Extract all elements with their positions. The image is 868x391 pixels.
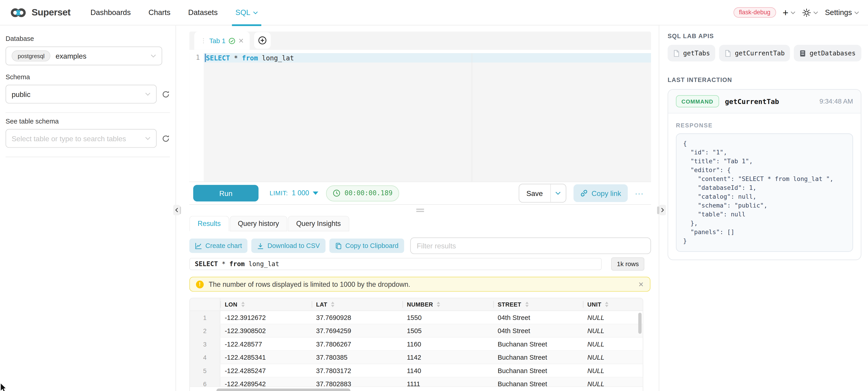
response-json: { "id": "1", "title": "Tab 1", "editor":… xyxy=(676,133,853,252)
close-icon[interactable]: ✕ xyxy=(638,281,644,288)
refresh-icon[interactable] xyxy=(162,134,170,142)
table-cell: 1142 xyxy=(402,351,493,363)
sql-text: long_lat xyxy=(258,54,294,62)
save-button-group: Save xyxy=(519,184,566,202)
sql-keyword: from xyxy=(242,54,258,62)
nav-item-dashboards[interactable]: Dashboards xyxy=(82,0,140,25)
chevron-down-icon xyxy=(813,11,818,14)
row-count-badge: 1k rows xyxy=(611,257,644,271)
query-preview-row: SELECT * from long_lat 1k rows xyxy=(189,257,651,271)
text-caret xyxy=(205,54,206,62)
limit-dropdown[interactable]: LIMIT: 1 000 xyxy=(270,189,318,197)
row-number: 1 xyxy=(190,311,220,324)
more-options-button[interactable]: ··· xyxy=(635,189,644,197)
run-button[interactable]: Run xyxy=(193,185,259,201)
nav-item-label: Dashboards xyxy=(90,8,131,17)
results-tab-query-insights[interactable]: Query Insights xyxy=(288,216,349,231)
editor-gutter: 1 xyxy=(189,53,204,182)
api-button-getdatabases[interactable]: getDatabases xyxy=(794,45,861,61)
filter-results-input[interactable] xyxy=(410,237,651,254)
api-button-gettabs[interactable]: getTabs xyxy=(668,45,716,61)
copy-link-button[interactable]: Copy link xyxy=(573,184,628,202)
column-header-unit[interactable]: UNIT xyxy=(583,298,643,311)
chevron-down-icon xyxy=(145,92,151,96)
response-label: RESPONSE xyxy=(676,122,853,128)
panel-resize-handle[interactable] xyxy=(189,205,651,216)
warning-icon: ! xyxy=(196,281,204,288)
database-select[interactable]: postgresql examples xyxy=(5,46,162,65)
results-tab-results[interactable]: Results xyxy=(189,216,229,231)
close-icon[interactable] xyxy=(239,38,244,43)
table-cell: NULL xyxy=(583,338,643,350)
sort-icon[interactable] xyxy=(241,302,245,307)
save-button[interactable]: Save xyxy=(519,184,550,202)
table-cell: 37.7694259 xyxy=(312,324,402,337)
superset-logo[interactable]: Superset xyxy=(9,7,70,18)
download-csv-label: Download to CSV xyxy=(267,242,320,250)
schema-select[interactable]: public xyxy=(5,85,156,103)
api-button-getcurrenttab[interactable]: getCurrentTab xyxy=(719,45,790,61)
last-interaction-card: COMMAND getCurrentTab 9:34:48 AM RESPONS… xyxy=(668,89,861,260)
api-buttons: getTabsgetCurrentTabgetDatabases xyxy=(668,45,862,61)
copy-clipboard-button[interactable]: Copy to Clipboard xyxy=(329,239,404,253)
horizontal-scrollbar[interactable] xyxy=(216,389,350,391)
database-value: examples xyxy=(56,52,87,60)
line-number: 1 xyxy=(189,54,200,61)
sort-icon[interactable] xyxy=(605,302,609,307)
chevron-down-icon xyxy=(151,54,156,58)
column-header-lat[interactable]: LAT xyxy=(312,298,402,311)
column-header-street[interactable]: STREET xyxy=(493,298,583,311)
check-circle-icon xyxy=(229,37,236,44)
api-button-label: getCurrentTab xyxy=(735,49,785,57)
query-preview: SELECT * from long_lat xyxy=(189,258,602,270)
sql-keyword: SELECT xyxy=(206,54,230,62)
drag-handle-icon[interactable]: ⋮ xyxy=(200,38,206,44)
results-body: Create chart Download to CSV Copy to Cli… xyxy=(189,231,651,391)
editor-content[interactable]: SELECT * from long_lat xyxy=(204,53,651,182)
sql-code-editor[interactable]: 1 SELECT * from long_lat xyxy=(189,53,651,182)
create-chart-label: Create chart xyxy=(205,242,242,250)
collapse-sidebar-button[interactable] xyxy=(173,205,180,215)
table-row: 3-122.42857737.78062671160Buchanan Stree… xyxy=(190,338,643,351)
settings-menu[interactable]: Settings xyxy=(825,8,859,17)
results-tab-query-history[interactable]: Query history xyxy=(229,216,287,231)
table-cell: 1550 xyxy=(402,311,493,324)
api-button-label: getTabs xyxy=(683,49,710,57)
schema-label: Schema xyxy=(5,73,170,81)
save-dropdown-caret[interactable] xyxy=(550,184,565,202)
table-cell: Buchanan Street xyxy=(493,364,583,377)
add-tab-button[interactable] xyxy=(254,32,271,48)
results-table-body: 1-122.391267237.7690928155004th StreetNU… xyxy=(190,311,643,391)
editor-tab[interactable]: ⋮ Tab 1 xyxy=(194,32,250,50)
theme-dropdown[interactable] xyxy=(802,8,818,17)
panel-scrollbar[interactable] xyxy=(657,206,659,214)
new-item-dropdown[interactable]: + xyxy=(783,7,796,18)
nav-item-datasets[interactable]: Datasets xyxy=(179,0,227,25)
column-header-label: NUMBER xyxy=(407,301,433,308)
table-cell: 04th Street xyxy=(493,324,583,337)
refresh-icon[interactable] xyxy=(162,90,170,98)
column-header-number[interactable]: NUMBER xyxy=(402,298,493,311)
download-csv-button[interactable]: Download to CSV xyxy=(251,239,326,253)
sort-icon[interactable] xyxy=(437,302,440,307)
row-number: 4 xyxy=(190,351,220,363)
sort-icon[interactable] xyxy=(331,302,335,307)
sidebar-divider xyxy=(5,112,170,113)
row-number: 2 xyxy=(190,324,220,337)
limit-value: 1 000 xyxy=(292,189,309,197)
nav-item-sql[interactable]: SQL xyxy=(226,0,267,25)
table-select[interactable]: Select table or type to search tables xyxy=(5,129,156,148)
collapse-right-panel-button[interactable] xyxy=(659,205,666,215)
table-cell: -122.3912672 xyxy=(220,311,312,324)
nav-item-charts[interactable]: Charts xyxy=(140,0,179,25)
vertical-scrollbar[interactable] xyxy=(638,313,642,334)
sort-icon[interactable] xyxy=(525,302,528,307)
column-header-lon[interactable]: LON xyxy=(220,298,312,311)
nav-item-label: Datasets xyxy=(188,8,218,17)
column-header-label: LON xyxy=(225,301,237,308)
plus-icon: + xyxy=(783,7,788,18)
row-number: 3 xyxy=(190,338,220,350)
column-header-label: STREET xyxy=(498,301,521,308)
create-chart-button[interactable]: Create chart xyxy=(189,239,248,253)
sql-keyword: from xyxy=(229,260,245,268)
